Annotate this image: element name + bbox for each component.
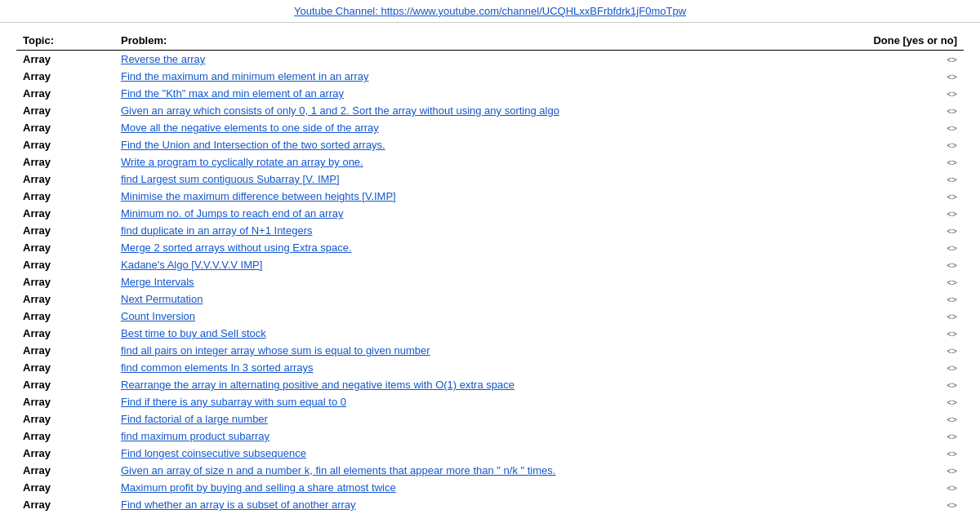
table-row: ArrayFind longest coinsecutive subsequen… (16, 445, 964, 462)
problem-cell: Find if there is any subarray with sum e… (114, 393, 813, 410)
done-cell[interactable]: <> (813, 410, 964, 428)
done-arrow[interactable]: <> (947, 157, 957, 167)
done-arrow[interactable]: <> (947, 89, 957, 99)
topic-cell: Array (16, 273, 114, 290)
done-cell[interactable]: <> (813, 445, 964, 462)
done-arrow[interactable]: <> (947, 175, 957, 184)
problem-link[interactable]: find all pairs on integer array whose su… (121, 344, 430, 357)
done-arrow[interactable]: <> (947, 140, 957, 150)
done-cell[interactable]: <> (813, 273, 964, 290)
problem-cell: Minimise the maximum difference between … (114, 188, 813, 205)
problem-link[interactable]: Next Permutation (121, 293, 203, 305)
done-cell[interactable]: <> (813, 428, 964, 445)
problem-link[interactable]: Reverse the array (121, 53, 205, 65)
problem-link[interactable]: Minimum no. of Jumps to reach end of an … (121, 207, 343, 219)
done-arrow[interactable]: <> (947, 72, 957, 82)
table-row: ArrayFind whether an array is a subset o… (16, 496, 964, 513)
done-arrow[interactable]: <> (947, 192, 957, 202)
problem-link[interactable]: Rearrange the array in alternating posit… (121, 379, 514, 391)
problem-cell: Merge 2 sorted arrays without using Extr… (114, 239, 813, 256)
table-row: ArrayMerge 2 sorted arrays without using… (16, 239, 964, 256)
problem-link[interactable]: Find whether an array is a subset of ano… (121, 498, 356, 511)
done-arrow[interactable]: <> (947, 277, 957, 287)
problem-link[interactable]: Write a program to cyclically rotate an … (121, 156, 363, 168)
topic-cell: Array (16, 428, 114, 445)
done-cell[interactable]: <> (813, 393, 964, 410)
done-arrow[interactable]: <> (947, 432, 957, 441)
done-cell[interactable]: <> (813, 239, 964, 256)
problem-link[interactable]: Merge Intervals (121, 276, 194, 288)
done-cell[interactable]: <> (813, 462, 964, 479)
problem-cell: Merge Intervals (114, 273, 813, 290)
topic-cell: Array (16, 496, 114, 513)
problem-link[interactable]: Find factorial of a large number (121, 413, 268, 425)
done-cell[interactable]: <> (813, 119, 964, 136)
problem-link[interactable]: Find the maximum and minimum element in … (121, 70, 368, 82)
done-cell[interactable]: <> (813, 376, 964, 393)
problem-link[interactable]: Move all the negative elements to one si… (121, 122, 379, 134)
done-cell[interactable]: <> (813, 102, 964, 119)
table-row: ArrayFind the "Kth" max and min element … (16, 85, 964, 102)
done-arrow[interactable]: <> (947, 397, 957, 407)
done-cell[interactable]: <> (813, 188, 964, 205)
done-arrow[interactable]: <> (947, 329, 957, 339)
done-arrow[interactable]: <> (947, 363, 957, 373)
done-cell[interactable]: <> (813, 290, 964, 308)
done-arrow[interactable]: <> (947, 260, 957, 270)
problem-cell: Find the maximum and minimum element in … (114, 68, 813, 85)
done-arrow[interactable]: <> (947, 380, 957, 390)
problem-link[interactable]: Find if there is any subarray with sum e… (121, 396, 346, 408)
done-cell[interactable]: <> (813, 479, 964, 496)
done-cell[interactable]: <> (813, 68, 964, 85)
problem-link[interactable]: Find the "Kth" max and min element of an… (121, 87, 344, 100)
problem-link[interactable]: Maximum profit by buying and selling a s… (121, 481, 396, 494)
youtube-channel-link[interactable]: Youtube Channel: https://www.youtube.com… (294, 5, 686, 17)
problem-link[interactable]: Count Inversion (121, 310, 195, 322)
problem-cell: Find longest coinsecutive subsequence (114, 445, 813, 462)
done-arrow[interactable]: <> (947, 483, 957, 493)
done-cell[interactable]: <> (813, 205, 964, 222)
main-content: Topic: Problem: Done [yes or no] ArrayRe… (0, 23, 980, 514)
table-row: ArrayCount Inversion<> (16, 308, 964, 325)
problem-link[interactable]: Kadane's Algo [V.V.V.V.V IMP] (121, 259, 262, 271)
problem-link[interactable]: Find longest coinsecutive subsequence (121, 447, 306, 459)
done-arrow[interactable]: <> (947, 500, 957, 510)
done-arrow[interactable]: <> (947, 346, 957, 356)
done-cell[interactable]: <> (813, 85, 964, 102)
problem-link[interactable]: find common elements In 3 sorted arrays (121, 361, 314, 374)
done-arrow[interactable]: <> (947, 123, 957, 133)
done-cell[interactable]: <> (813, 171, 964, 188)
problem-link[interactable]: Merge 2 sorted arrays without using Extr… (121, 241, 352, 254)
done-arrow[interactable]: <> (947, 106, 957, 116)
done-cell[interactable]: <> (813, 222, 964, 239)
done-arrow[interactable]: <> (947, 226, 957, 236)
done-arrow[interactable]: <> (947, 243, 957, 253)
done-cell[interactable]: <> (813, 325, 964, 342)
problem-link[interactable]: find Largest sum contiguous Subarray [V.… (121, 173, 340, 185)
done-arrow[interactable]: <> (947, 55, 957, 64)
done-cell[interactable]: <> (813, 496, 964, 513)
done-arrow[interactable]: <> (947, 209, 957, 219)
problem-link[interactable]: Find the Union and Intersection of the t… (121, 139, 385, 151)
problem-link[interactable]: Best time to buy and Sell stock (121, 327, 266, 339)
done-arrow[interactable]: <> (947, 414, 957, 424)
problem-link[interactable]: Given an array of size n and a number k,… (121, 464, 555, 476)
done-arrow[interactable]: <> (947, 466, 957, 476)
problem-link[interactable]: Given an array which consists of only 0,… (121, 104, 559, 117)
done-cell[interactable]: <> (813, 359, 964, 376)
table-row: ArrayBest time to buy and Sell stock<> (16, 325, 964, 342)
problem-link[interactable]: find maximum product subarray (121, 430, 270, 442)
done-cell[interactable]: <> (813, 51, 964, 69)
topic-cell: Array (16, 308, 114, 325)
done-cell[interactable]: <> (813, 256, 964, 273)
done-arrow[interactable]: <> (947, 312, 957, 321)
done-cell[interactable]: <> (813, 308, 964, 325)
problem-link[interactable]: Minimise the maximum difference between … (121, 190, 396, 202)
problem-link[interactable]: find duplicate in an array of N+1 Intege… (121, 224, 313, 237)
table-row: ArrayMinimise the maximum difference bet… (16, 188, 964, 205)
done-cell[interactable]: <> (813, 342, 964, 359)
done-arrow[interactable]: <> (947, 295, 957, 304)
done-cell[interactable]: <> (813, 136, 964, 153)
done-arrow[interactable]: <> (947, 449, 957, 459)
done-cell[interactable]: <> (813, 153, 964, 171)
